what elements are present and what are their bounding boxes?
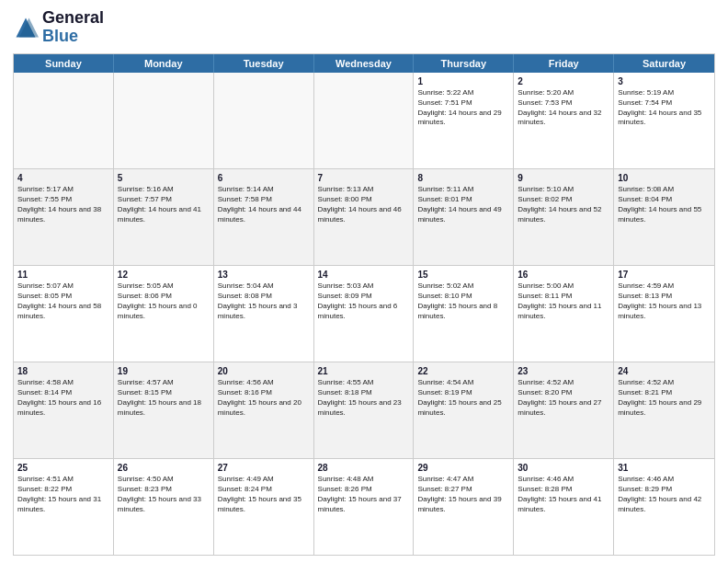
empty-cell [114,73,214,168]
weekday-header-sunday: Sunday [14,54,114,73]
day-number: 26 [118,462,210,475]
day-cell-1: 1Sunrise: 5:22 AMSunset: 7:51 PMDaylight… [414,73,514,168]
day-number: 31 [618,462,711,475]
day-number: 4 [17,172,109,185]
day-number: 28 [318,462,410,475]
day-cell-22: 22Sunrise: 4:54 AMSunset: 8:19 PMDayligh… [414,362,514,458]
day-cell-23: 23Sunrise: 4:52 AMSunset: 8:20 PMDayligh… [514,362,614,458]
day-cell-16: 16Sunrise: 5:00 AMSunset: 8:11 PMDayligh… [514,266,614,362]
day-number: 27 [218,462,310,475]
day-number: 6 [218,172,310,185]
day-info: Sunrise: 5:04 AMSunset: 8:08 PMDaylight:… [218,282,310,321]
day-info: Sunrise: 5:02 AMSunset: 8:10 PMDaylight:… [417,282,509,321]
day-info: Sunrise: 5:10 AMSunset: 8:02 PMDaylight:… [518,185,609,224]
day-number: 9 [518,172,609,185]
day-cell-24: 24Sunrise: 4:52 AMSunset: 8:21 PMDayligh… [614,362,714,458]
day-number: 23 [518,365,609,378]
day-cell-20: 20Sunrise: 4:56 AMSunset: 8:16 PMDayligh… [214,362,314,458]
day-number: 17 [618,269,711,282]
day-number: 10 [618,172,711,185]
day-number: 1 [417,75,509,88]
day-number: 21 [318,365,410,378]
empty-cell [14,73,114,168]
day-cell-14: 14Sunrise: 5:03 AMSunset: 8:09 PMDayligh… [314,266,415,362]
day-info: Sunrise: 5:13 AMSunset: 8:00 PMDaylight:… [318,185,410,224]
day-info: Sunrise: 5:03 AMSunset: 8:09 PMDaylight:… [318,282,410,321]
day-info: Sunrise: 4:46 AMSunset: 8:29 PMDaylight:… [618,475,711,514]
day-info: Sunrise: 5:07 AMSunset: 8:05 PMDaylight:… [17,282,109,321]
weekday-header-tuesday: Tuesday [214,54,314,73]
day-info: Sunrise: 4:50 AMSunset: 8:23 PMDaylight:… [118,475,210,514]
day-number: 29 [417,462,509,475]
day-cell-8: 8Sunrise: 5:11 AMSunset: 8:01 PMDaylight… [414,169,514,265]
logo-general: General [42,8,104,27]
day-number: 24 [618,365,711,378]
day-number: 12 [118,269,210,282]
day-cell-6: 6Sunrise: 5:14 AMSunset: 7:58 PMDaylight… [214,169,314,265]
day-info: Sunrise: 5:08 AMSunset: 8:04 PMDaylight:… [618,185,711,224]
weekday-header-saturday: Saturday [614,54,714,73]
day-info: Sunrise: 5:16 AMSunset: 7:57 PMDaylight:… [118,185,210,224]
logo-blue: Blue [42,27,78,45]
calendar-row-3: 11Sunrise: 5:07 AMSunset: 8:05 PMDayligh… [14,266,714,362]
day-cell-21: 21Sunrise: 4:55 AMSunset: 8:18 PMDayligh… [314,362,415,458]
day-number: 30 [518,462,609,475]
day-info: Sunrise: 4:47 AMSunset: 8:27 PMDaylight:… [417,475,509,514]
day-cell-5: 5Sunrise: 5:16 AMSunset: 7:57 PMDaylight… [114,169,214,265]
day-info: Sunrise: 4:59 AMSunset: 8:13 PMDaylight:… [618,282,711,321]
day-cell-29: 29Sunrise: 4:47 AMSunset: 8:27 PMDayligh… [414,459,514,555]
weekday-header-thursday: Thursday [414,54,514,73]
empty-cell [214,73,314,168]
day-info: Sunrise: 5:17 AMSunset: 7:55 PMDaylight:… [17,185,109,224]
day-number: 5 [118,172,210,185]
logo-icon [13,15,39,40]
day-info: Sunrise: 5:22 AMSunset: 7:51 PMDaylight:… [417,88,509,128]
logo: General Blue [13,9,104,46]
calendar-row-4: 18Sunrise: 4:58 AMSunset: 8:14 PMDayligh… [14,362,714,459]
day-number: 18 [17,365,109,378]
day-cell-4: 4Sunrise: 5:17 AMSunset: 7:55 PMDaylight… [14,169,114,265]
day-info: Sunrise: 4:48 AMSunset: 8:26 PMDaylight:… [318,475,410,514]
day-number: 22 [417,365,509,378]
day-info: Sunrise: 4:46 AMSunset: 8:28 PMDaylight:… [518,475,609,514]
day-info: Sunrise: 4:54 AMSunset: 8:19 PMDaylight:… [417,378,509,418]
calendar-body: 1Sunrise: 5:22 AMSunset: 7:51 PMDaylight… [14,73,714,555]
day-cell-15: 15Sunrise: 5:02 AMSunset: 8:10 PMDayligh… [414,266,514,362]
calendar-row-2: 4Sunrise: 5:17 AMSunset: 7:55 PMDaylight… [14,169,714,266]
day-info: Sunrise: 5:11 AMSunset: 8:01 PMDaylight:… [417,185,509,224]
calendar-row-1: 1Sunrise: 5:22 AMSunset: 7:51 PMDaylight… [14,73,714,169]
day-cell-11: 11Sunrise: 5:07 AMSunset: 8:05 PMDayligh… [14,266,114,362]
day-info: Sunrise: 4:52 AMSunset: 8:21 PMDaylight:… [618,378,711,418]
day-number: 19 [118,365,210,378]
day-cell-7: 7Sunrise: 5:13 AMSunset: 8:00 PMDaylight… [314,169,415,265]
day-cell-18: 18Sunrise: 4:58 AMSunset: 8:14 PMDayligh… [14,362,114,458]
logo-text: General Blue [42,9,104,46]
day-number: 16 [518,269,609,282]
day-info: Sunrise: 5:20 AMSunset: 7:53 PMDaylight:… [518,88,609,128]
weekday-header-monday: Monday [114,54,214,73]
day-cell-10: 10Sunrise: 5:08 AMSunset: 8:04 PMDayligh… [614,169,714,265]
day-number: 25 [17,462,109,475]
day-info: Sunrise: 4:58 AMSunset: 8:14 PMDaylight:… [17,378,109,418]
day-number: 14 [318,269,410,282]
day-cell-12: 12Sunrise: 5:05 AMSunset: 8:06 PMDayligh… [114,266,214,362]
day-info: Sunrise: 4:52 AMSunset: 8:20 PMDaylight:… [518,378,609,418]
day-info: Sunrise: 5:19 AMSunset: 7:54 PMDaylight:… [618,88,711,128]
day-number: 8 [417,172,509,185]
page: General Blue SundayMondayTuesdayWednesda… [0,0,728,563]
day-info: Sunrise: 5:05 AMSunset: 8:06 PMDaylight:… [118,282,210,321]
day-cell-19: 19Sunrise: 4:57 AMSunset: 8:15 PMDayligh… [114,362,214,458]
day-number: 15 [417,269,509,282]
day-number: 13 [218,269,310,282]
weekday-header-wednesday: Wednesday [314,54,415,73]
day-cell-9: 9Sunrise: 5:10 AMSunset: 8:02 PMDaylight… [514,169,614,265]
day-info: Sunrise: 5:00 AMSunset: 8:11 PMDaylight:… [518,282,609,321]
day-cell-27: 27Sunrise: 4:49 AMSunset: 8:24 PMDayligh… [214,459,314,555]
day-cell-26: 26Sunrise: 4:50 AMSunset: 8:23 PMDayligh… [114,459,214,555]
header: General Blue [13,9,715,46]
day-info: Sunrise: 5:14 AMSunset: 7:58 PMDaylight:… [218,185,310,224]
day-cell-28: 28Sunrise: 4:48 AMSunset: 8:26 PMDayligh… [314,459,415,555]
day-number: 2 [518,75,609,88]
day-info: Sunrise: 4:49 AMSunset: 8:24 PMDaylight:… [218,475,310,514]
day-number: 3 [618,75,711,88]
